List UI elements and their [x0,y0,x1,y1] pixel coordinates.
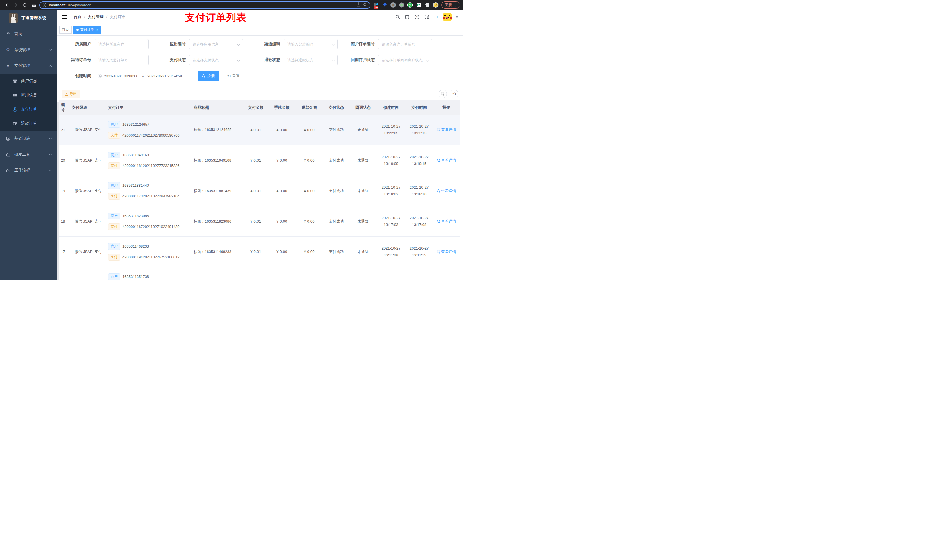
extension-chat-icon[interactable] [416,2,421,8]
merchant-order-no: 1635311468233 [123,244,149,248]
cell-channel: 微信 JSAPI 支付 [70,175,106,206]
view-detail-link[interactable]: 查看详情 [437,158,456,163]
tag-home[interactable]: 首页 [59,26,72,33]
cell-action: 查看详情 [433,206,460,237]
merchant-order-no: 1635311351736 [123,275,149,279]
create-time-range-picker[interactable]: 2021-10-01 00:00:00 - 2021-10-31 23:59:5… [95,71,194,81]
table-row[interactable]: 21 微信 JSAPI 支付 商户 1635312124657 支付 42000… [59,115,460,145]
tag-pay-order[interactable]: 支付订单 × [73,26,101,33]
font-size-icon[interactable]: TT [433,14,439,20]
cell-amount: ¥ 0.01 [243,175,268,206]
export-button[interactable]: 导出 [62,90,80,98]
browser-menu-icon[interactable]: ⋮ [454,3,458,7]
home-icon[interactable] [30,2,38,9]
site-info-icon[interactable]: i [43,3,47,7]
sidebar-item-app-info[interactable]: 应用信息 [0,88,57,102]
extensions-area: 10 ⌘ y [372,2,440,8]
url-bar[interactable]: i localhost:1024/pay/order [39,2,371,9]
bookmark-star-icon[interactable] [363,2,367,8]
url-text: localhost:1024/pay/order [49,3,91,7]
extension-command-icon[interactable]: ⌘ [390,2,396,8]
extensions-puzzle-icon[interactable] [424,2,430,8]
sidebar-item-payment[interactable]: ¥ 支付管理 [0,58,57,74]
view-detail-link[interactable]: 查看详情 [437,249,456,254]
refund-status-select[interactable] [284,55,338,65]
tag-close-icon[interactable]: × [96,28,98,32]
cell-notify-status: 未通知 [350,237,377,267]
channel-order-no-input[interactable] [95,55,149,65]
cell-id: 18 [59,206,70,237]
briefcase-icon [6,169,10,173]
sidebar-item-workflow[interactable]: 工作流程 [0,163,57,178]
cell-refund: ¥ 0.00 [295,115,323,145]
table-row[interactable]: 商户 1635311351736 支付 查看详情 [59,267,460,280]
toggle-search-button[interactable] [439,90,447,98]
notify-status-select[interactable] [378,55,432,65]
chevron-down-icon [49,48,52,51]
cell-create-time: 2021-10-2713:11:08 [377,237,406,267]
cell-amount [243,267,268,280]
profile-emoji-icon[interactable] [433,2,439,8]
date-end: 2021-10-31 23:59:59 [147,74,182,78]
refresh-table-button[interactable]: ⟲ [450,90,458,98]
avatar-caret-icon[interactable] [455,16,458,18]
update-button[interactable]: 更新⋮ [441,2,460,9]
merchant-order-no-input[interactable] [378,39,432,49]
extension-kite-icon[interactable] [382,2,387,8]
reset-button[interactable]: ⟲重置 [223,71,244,81]
sidebar-collapse-icon[interactable] [59,13,70,21]
cell-channel: 微信 JSAPI 支付 [70,115,106,145]
merchant-select[interactable] [95,39,149,49]
fullscreen-icon[interactable] [424,14,430,20]
breadcrumb-pay-manage[interactable]: 支付管理 [88,15,104,20]
sidebar-item-pay-order[interactable]: ¥ 支付订单 [0,102,57,116]
app-logo[interactable]: 芋道管理系统 [0,10,57,26]
channel-code-select[interactable] [284,39,338,49]
breadcrumb-home[interactable]: 首页 [73,15,82,20]
breadcrumb: 首页 / 支付管理 / 支付订单 [73,15,126,20]
forward-icon[interactable] [12,2,20,9]
github-icon[interactable] [404,14,410,20]
browser-toolbar: i localhost:1024/pay/order 10 ⌘ y 更新⋮ [0,0,463,10]
sidebar-item-system[interactable]: ⚙ 系统管理 [0,42,57,58]
extension-y-icon[interactable]: y [407,2,413,8]
extension-record-icon[interactable] [399,2,404,8]
table-row[interactable]: 17 微信 JSAPI 支付 商户 1635311468233 支付 42000… [59,237,460,267]
extension-diamond-icon[interactable]: 10 [373,2,379,8]
clock-icon [98,74,101,78]
table-row[interactable]: 19 微信 JSAPI 支付 商户 1635311881440 支付 42000… [59,175,460,206]
view-detail-link[interactable]: 查看详情 [437,127,456,132]
sidebar-item-devtools[interactable]: 研发工具 [0,146,57,163]
sidebar-item-infra[interactable]: 基础设施 [0,131,57,146]
cell-pay-status: 支付成功 [323,237,350,267]
reload-icon[interactable] [21,2,29,9]
cell-id: 20 [59,145,70,175]
app-select[interactable] [189,39,243,49]
back-icon[interactable] [3,2,10,9]
cell-fee: ¥ 0.00 [268,237,295,267]
sidebar-item-refund-order[interactable]: 退款订单 [0,116,57,131]
view-detail-link[interactable]: 查看详情 [437,219,456,224]
table-header-row: 编号 支付渠道 支付订单 商品标题 支付金额 手续金额 退款金额 支付状态 回调… [59,100,460,115]
help-icon[interactable]: ? [414,14,420,20]
share-icon[interactable] [357,2,360,8]
table-row[interactable]: 18 微信 JSAPI 支付 商户 1635311823086 支付 42000… [59,206,460,237]
view-detail-link[interactable]: 查看详情 [437,189,456,193]
scrollbar[interactable] [57,101,59,280]
cell-pay-order: 商户 1635311823086 支付 42000011672021102710… [106,206,192,237]
cell-pay-status: 支付成功 [323,175,350,206]
payment-submenu: 商户信息 应用信息 ¥ 支付订单 退款订单 [0,74,57,131]
search-button[interactable]: 搜索 [198,71,219,81]
magnifier-icon [202,74,206,78]
search-icon[interactable] [395,14,400,20]
merchant-tag: 商户 [108,121,120,128]
user-avatar[interactable] [443,13,452,21]
table-row[interactable]: 20 微信 JSAPI 支付 商户 1635311949168 支付 42000… [59,145,460,175]
sidebar-item-merchant-info[interactable]: 商户信息 [0,74,57,88]
chevron-down-icon [49,153,52,155]
merchant-tag: 商户 [108,182,120,189]
cell-pay-time: 2021-10-2713:17:08 [406,206,433,237]
breadcrumb-current: 支付订单 [110,15,126,20]
pay-status-select[interactable] [189,55,243,65]
sidebar-item-home[interactable]: 首页 [0,26,57,42]
